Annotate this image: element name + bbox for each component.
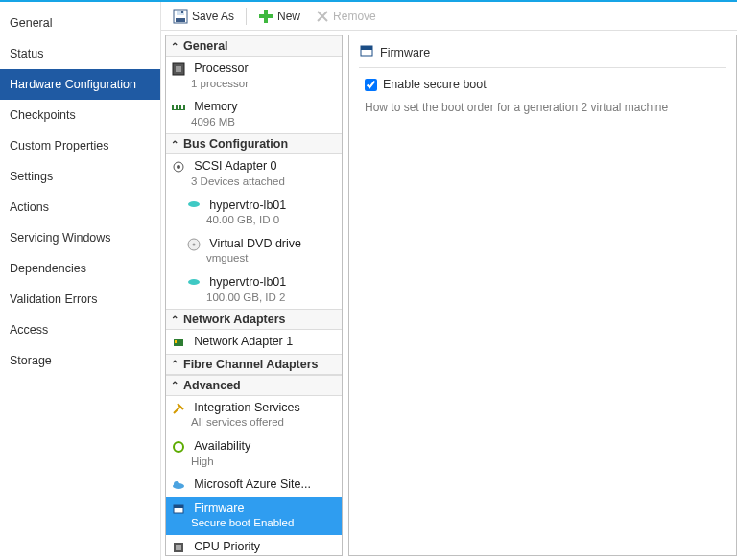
section-fibre[interactable]: ⌃Fibre Channel Adapters <box>166 354 342 375</box>
plus-icon <box>258 9 273 24</box>
remove-label: Remove <box>333 10 376 23</box>
svg-rect-1 <box>176 18 185 22</box>
section-fibre-label: Fibre Channel Adapters <box>183 358 319 371</box>
node-scsi-adapter[interactable]: SCSI Adapter 0 3 Devices attached <box>166 154 342 193</box>
section-bus-label: Bus Configuration <box>183 137 288 151</box>
enable-secure-boot-label: Enable secure boot <box>383 78 487 91</box>
nav-status[interactable]: Status <box>0 38 160 69</box>
node-sub: All services offered <box>191 416 284 428</box>
node-processor[interactable]: Processor 1 processor <box>166 57 342 95</box>
svg-point-18 <box>193 243 196 245</box>
section-network[interactable]: ⌃Network Adapters <box>166 309 342 330</box>
node-firmware[interactable]: Firmware Secure boot Enabled <box>166 497 342 535</box>
svg-rect-21 <box>175 340 177 343</box>
nav-hardware-config[interactable]: Hardware Configuration <box>0 69 160 100</box>
remove-button[interactable]: Remove <box>312 8 380 25</box>
svg-point-15 <box>177 165 180 169</box>
node-title: Network Adapter 1 <box>194 335 293 348</box>
node-availability[interactable]: Availability High <box>166 434 342 473</box>
svg-rect-12 <box>178 105 179 109</box>
chevron-up-icon: ⌃ <box>171 380 178 390</box>
section-advanced[interactable]: ⌃Advanced <box>166 375 342 396</box>
section-general-label: General <box>183 39 228 53</box>
save-as-button[interactable]: Save As <box>169 7 238 26</box>
chevron-up-icon: ⌃ <box>171 41 178 52</box>
node-sub: 100.00 GB, ID 2 <box>206 292 285 303</box>
floppy-disk-icon <box>173 9 188 24</box>
node-sub: Normal <box>191 555 226 556</box>
svg-rect-26 <box>174 505 183 508</box>
node-memory[interactable]: Memory 4096 MB <box>166 95 342 133</box>
svg-rect-9 <box>176 66 181 72</box>
node-title: Availability <box>194 439 250 453</box>
chevron-up-icon: ⌃ <box>171 315 178 325</box>
node-title: SCSI Adapter 0 <box>194 159 276 173</box>
ram-icon <box>172 101 185 114</box>
nav-validation-errors[interactable]: Validation Errors <box>0 284 160 315</box>
node-title: Virtual DVD drive <box>209 237 301 250</box>
enable-secure-boot-checkbox[interactable]: Enable secure boot <box>365 78 721 91</box>
node-title: hypervtro-lb01 <box>209 198 286 212</box>
node-sub: 4096 MB <box>191 116 235 128</box>
section-network-label: Network Adapters <box>183 313 286 326</box>
tools-icon <box>172 402 185 415</box>
node-sub: 40.00 GB, ID 0 <box>206 214 279 225</box>
node-title: Processor <box>194 61 248 75</box>
firmware-icon <box>359 43 374 61</box>
node-dvd[interactable]: Virtual DVD drive vmguest <box>166 232 342 270</box>
section-bus[interactable]: ⌃Bus Configuration <box>166 133 342 154</box>
dvd-icon <box>187 238 201 251</box>
firmware-icon <box>172 502 185 516</box>
node-sub: Secure boot Enabled <box>191 517 294 528</box>
detail-panel: Firmware Enable secure boot How to set t… <box>348 35 737 556</box>
node-title: Firmware <box>194 502 244 515</box>
nav-settings[interactable]: Settings <box>0 161 160 192</box>
nav-checkpoints[interactable]: Checkpoints <box>0 100 160 130</box>
node-title: CPU Priority <box>194 540 260 553</box>
nav-servicing-windows[interactable]: Servicing Windows <box>0 222 160 253</box>
new-button[interactable]: New <box>254 7 304 26</box>
node-integration-services[interactable]: Integration Services All services offere… <box>166 396 342 434</box>
svg-rect-32 <box>361 46 372 50</box>
nic-icon <box>172 336 185 349</box>
toolbar: Save As New Remove <box>161 2 737 31</box>
x-icon <box>316 10 329 23</box>
nav-actions[interactable]: Actions <box>0 192 160 222</box>
nav-custom-properties[interactable]: Custom Properties <box>0 130 160 161</box>
availability-icon <box>172 440 185 454</box>
svg-rect-5 <box>259 14 273 18</box>
node-disk-0[interactable]: hypervtro-lb01 40.00 GB, ID 0 <box>166 194 342 232</box>
nav-dependencies[interactable]: Dependencies <box>0 253 160 284</box>
nav-general[interactable]: General <box>0 8 160 38</box>
svg-point-24 <box>174 481 179 487</box>
node-network-adapter-1[interactable]: Network Adapter 1 <box>166 330 342 354</box>
node-sub: 1 processor <box>191 78 249 89</box>
boot-order-hint: How to set the boot order for a generati… <box>365 101 721 114</box>
node-sub: High <box>191 455 214 467</box>
cloud-icon <box>172 478 185 492</box>
hardware-tree[interactable]: ⌃General Processor 1 processor Memory 40… <box>165 35 343 556</box>
svg-point-16 <box>188 201 200 207</box>
disk-icon <box>187 198 201 212</box>
enable-secure-boot-input[interactable] <box>365 79 377 91</box>
node-disk-2[interactable]: hypervtro-lb01 100.00 GB, ID 2 <box>166 270 342 309</box>
detail-title: Firmware <box>380 46 430 59</box>
node-title: Microsoft Azure Site... <box>194 478 311 491</box>
node-sub: vmguest <box>206 252 248 264</box>
section-general[interactable]: ⌃General <box>166 35 342 57</box>
node-cpu-priority[interactable]: CPU Priority Normal <box>166 535 342 556</box>
node-sub: 3 Devices attached <box>191 175 285 187</box>
chevron-up-icon: ⌃ <box>171 139 178 150</box>
svg-rect-3 <box>181 11 183 13</box>
nav-storage[interactable]: Storage <box>0 345 160 376</box>
svg-point-19 <box>188 279 200 285</box>
svg-point-22 <box>174 442 183 452</box>
nav-access[interactable]: Access <box>0 315 160 345</box>
chip-icon <box>172 541 185 554</box>
chevron-up-icon: ⌃ <box>171 359 178 369</box>
scsi-icon <box>172 160 185 174</box>
node-azure-site[interactable]: Microsoft Azure Site... <box>166 473 342 497</box>
left-nav: General Status Hardware Configuration Ch… <box>0 2 161 560</box>
chip-icon <box>172 62 185 76</box>
toolbar-separator <box>246 8 247 25</box>
